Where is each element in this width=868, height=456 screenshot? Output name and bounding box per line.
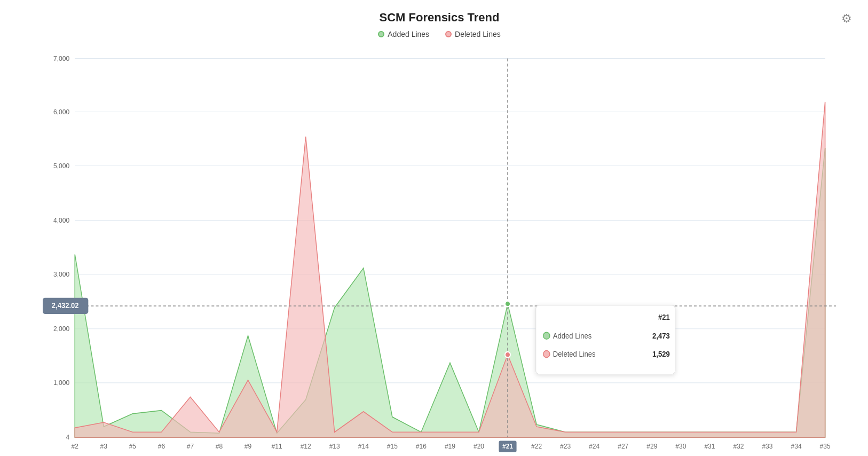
x-label-31: #31	[704, 443, 715, 450]
x-label-16: #16	[416, 443, 427, 450]
x-label-2: #2	[72, 443, 78, 450]
deleted-point-21	[505, 352, 510, 358]
main-chart: 4 1,000 2,000 3,000 4,000 5,000 6,000 7,…	[43, 47, 836, 456]
tooltip-sprint-label: #21	[658, 313, 670, 321]
tooltip-deleted-dot	[543, 351, 550, 358]
x-label-9: #9	[244, 443, 251, 450]
legend-added-lines: Added Lines	[378, 30, 429, 38]
tooltip-added-value: 2,473	[652, 332, 670, 341]
x-label-15: #15	[387, 443, 398, 450]
svg-text:2,000: 2,000	[53, 325, 69, 333]
x-label-35: #35	[820, 443, 831, 450]
added-lines-label: Added Lines	[388, 30, 429, 38]
chart-legend: Added Lines Deleted Lines	[43, 30, 836, 38]
average-label: 2,432.02	[52, 302, 79, 310]
x-label-11: #11	[272, 443, 282, 450]
settings-icon[interactable]: ⚙	[841, 12, 852, 26]
x-label-5: #5	[129, 443, 136, 450]
svg-text:3,000: 3,000	[53, 271, 69, 278]
chart-container: SCM Forensics Trend Added Lines Deleted …	[0, 0, 868, 456]
x-label-23: #23	[560, 443, 571, 450]
added-lines-dot	[378, 31, 384, 37]
tooltip-deleted-value: 1,529	[652, 350, 670, 359]
x-label-32: #32	[733, 443, 744, 450]
x-label-20: #20	[474, 443, 484, 450]
svg-text:6,000: 6,000	[53, 108, 69, 115]
x-label-8: #8	[216, 443, 223, 450]
x-label-21: #21	[502, 443, 513, 450]
x-label-7: #7	[187, 443, 194, 450]
legend-deleted-lines: Deleted Lines	[445, 30, 501, 38]
svg-text:1,000: 1,000	[53, 379, 69, 387]
deleted-lines-label: Deleted Lines	[455, 30, 501, 38]
tooltip-added-dot	[543, 332, 550, 339]
x-label-13: #13	[329, 443, 340, 450]
x-label-22: #22	[531, 443, 542, 450]
x-label-3: #3	[100, 443, 107, 450]
x-label-30: #30	[675, 443, 686, 450]
svg-text:5,000: 5,000	[53, 162, 69, 169]
chart-title: SCM Forensics Trend	[43, 11, 836, 25]
x-label-6: #6	[158, 443, 165, 450]
svg-text:4: 4	[66, 434, 70, 441]
x-label-19: #19	[445, 443, 455, 450]
added-lines-area	[75, 148, 825, 437]
added-point-21	[505, 301, 510, 307]
x-label-29: #29	[646, 443, 657, 450]
x-label-24: #24	[589, 443, 599, 450]
x-label-14: #14	[358, 443, 369, 450]
tooltip-added-label: Added Lines	[553, 332, 592, 341]
svg-text:7,000: 7,000	[53, 54, 69, 62]
x-label-34: #34	[791, 443, 802, 450]
tooltip-deleted-label: Deleted Lines	[553, 350, 596, 359]
deleted-lines-dot	[445, 31, 452, 37]
x-label-33: #33	[762, 443, 772, 450]
x-label-12: #12	[301, 443, 311, 450]
x-label-27: #27	[618, 443, 628, 450]
svg-text:4,000: 4,000	[53, 217, 69, 224]
